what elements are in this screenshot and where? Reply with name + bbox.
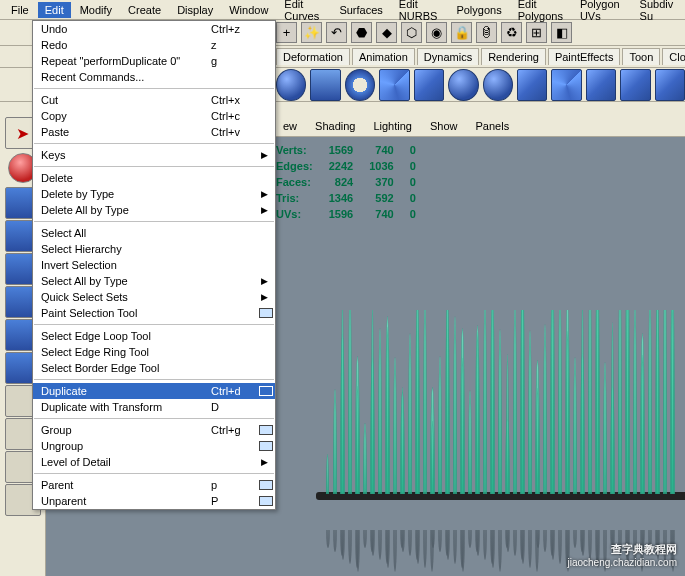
scene-geometry	[316, 310, 685, 540]
menu-edit[interactable]: Edit	[38, 2, 71, 18]
toolbar-button-8[interactable]: 🛢	[476, 22, 497, 43]
menu-item-duplicate-with-transform[interactable]: Duplicate with TransformD	[33, 399, 275, 415]
menu-item-parent[interactable]: Parentp	[33, 477, 275, 493]
toolbar-button-9[interactable]: ♻	[501, 22, 522, 43]
hud-cell: 0	[410, 175, 430, 189]
shelf-tab-toon[interactable]: Toon	[622, 48, 660, 65]
shelf-primitive-5[interactable]	[448, 69, 478, 101]
menu-item-invert-selection[interactable]: Invert Selection	[33, 257, 275, 273]
toolbar-button-11[interactable]: ◧	[551, 22, 572, 43]
menu-item-quick-select-sets[interactable]: Quick Select Sets▶	[33, 289, 275, 305]
panel-menu-lighting[interactable]: Lighting	[366, 118, 419, 134]
menu-item-label: Paste	[41, 126, 211, 138]
option-box-icon[interactable]	[259, 496, 273, 506]
shelf-primitive-6[interactable]	[483, 69, 513, 101]
ground-plane	[316, 492, 685, 500]
menu-item-undo[interactable]: UndoCtrl+z	[33, 21, 275, 37]
menu-item-duplicate[interactable]: DuplicateCtrl+d	[33, 383, 275, 399]
menu-item-group[interactable]: GroupCtrl+g	[33, 422, 275, 438]
shelf-tab-cloth[interactable]: Cloth	[662, 48, 685, 65]
shelf-tab-painteffects[interactable]: PaintEffects	[548, 48, 621, 65]
option-box-icon[interactable]	[259, 441, 273, 451]
menu-file[interactable]: File	[4, 2, 36, 18]
menu-item-label: Select Edge Ring Tool	[41, 346, 211, 358]
shelf-primitive-10[interactable]	[620, 69, 650, 101]
menu-display[interactable]: Display	[170, 2, 220, 18]
shelf-primitive-8[interactable]	[551, 69, 581, 101]
menu-edit-curves[interactable]: Edit Curves	[277, 0, 330, 24]
menu-item-select-edge-ring-tool[interactable]: Select Edge Ring Tool	[33, 344, 275, 360]
menu-item-select-border-edge-tool[interactable]: Select Border Edge Tool	[33, 360, 275, 376]
submenu-arrow-icon: ▶	[257, 457, 271, 467]
option-box-icon[interactable]	[259, 480, 273, 490]
menu-polygons[interactable]: Polygons	[449, 2, 508, 18]
menu-create[interactable]: Create	[121, 2, 168, 18]
panel-menu-shading[interactable]: Shading	[308, 118, 362, 134]
menu-item-label: Select All by Type	[41, 275, 211, 287]
shelf-primitive-9[interactable]	[586, 69, 616, 101]
menu-item-level-of-detail[interactable]: Level of Detail▶	[33, 454, 275, 470]
shelf-primitive-11[interactable]	[655, 69, 685, 101]
option-box-icon[interactable]	[259, 308, 273, 318]
menu-window[interactable]: Window	[222, 2, 275, 18]
menu-modify[interactable]: Modify	[73, 2, 119, 18]
menu-polygon-uvs[interactable]: Polygon UVs	[573, 0, 631, 24]
shelf-primitive-3[interactable]	[379, 69, 409, 101]
toolbar-button-5[interactable]: ⬡	[401, 22, 422, 43]
shelf-primitive-0[interactable]	[276, 69, 306, 101]
menu-item-cut[interactable]: CutCtrl+x	[33, 92, 275, 108]
menu-item-copy[interactable]: CopyCtrl+c	[33, 108, 275, 124]
shelf-primitive-1[interactable]	[310, 69, 340, 101]
option-box-icon[interactable]	[259, 386, 273, 396]
option-box-icon[interactable]	[259, 425, 273, 435]
menu-separator	[34, 473, 274, 474]
hud-cell: 740	[369, 207, 407, 221]
menu-item-select-all-by-type[interactable]: Select All by Type▶	[33, 273, 275, 289]
menu-item-unparent[interactable]: UnparentP	[33, 493, 275, 509]
hud-cell: 1036	[369, 159, 407, 173]
menu-item-delete-all-by-type[interactable]: Delete All by Type▶	[33, 202, 275, 218]
hud-cell: 592	[369, 191, 407, 205]
menu-item-label: Delete All by Type	[41, 204, 211, 216]
menu-item-delete-by-type[interactable]: Delete by Type▶	[33, 186, 275, 202]
toolbar-button-3[interactable]: ⬣	[351, 22, 372, 43]
menu-item-select-edge-loop-tool[interactable]: Select Edge Loop Tool	[33, 328, 275, 344]
menu-item-paint-selection-tool[interactable]: Paint Selection Tool	[33, 305, 275, 321]
menu-edit-polygons[interactable]: Edit Polygons	[511, 0, 571, 24]
toolbar-button-6[interactable]: ◉	[426, 22, 447, 43]
toolbar-button-7[interactable]: 🔒	[451, 22, 472, 43]
menu-item-select-hierarchy[interactable]: Select Hierarchy	[33, 241, 275, 257]
hud-cell: 2242	[329, 159, 367, 173]
menu-item-repeat-performduplicate-0[interactable]: Repeat "performDuplicate 0"g	[33, 53, 275, 69]
toolbar-button-1[interactable]: ✨	[301, 22, 322, 43]
menu-surfaces[interactable]: Surfaces	[332, 2, 389, 18]
shelf-tab-dynamics[interactable]: Dynamics	[417, 48, 479, 65]
menu-separator	[34, 143, 274, 144]
menu-item-shortcut: D	[211, 401, 257, 413]
panel-menu-ew[interactable]: ew	[276, 118, 304, 134]
menu-item-shortcut: Ctrl+g	[211, 424, 257, 436]
toolbar-button-2[interactable]: ↶	[326, 22, 347, 43]
panel-menu-panels[interactable]: Panels	[469, 118, 517, 134]
menu-separator	[34, 166, 274, 167]
menu-subdiv-su[interactable]: Subdiv Su	[633, 0, 681, 24]
menu-item-redo[interactable]: Redoz	[33, 37, 275, 53]
menu-item-paste[interactable]: PasteCtrl+v	[33, 124, 275, 140]
toolbar-button-0[interactable]: +	[276, 22, 297, 43]
shelf-primitive-7[interactable]	[517, 69, 547, 101]
menu-edit-nurbs[interactable]: Edit NURBS	[392, 0, 448, 24]
toolbar-button-4[interactable]: ◆	[376, 22, 397, 43]
shelf-tab-deformation[interactable]: Deformation	[276, 48, 350, 65]
menu-item-ungroup[interactable]: Ungroup	[33, 438, 275, 454]
menu-item-keys[interactable]: Keys▶	[33, 147, 275, 163]
shelf-tab-rendering[interactable]: Rendering	[481, 48, 546, 65]
menu-item-delete[interactable]: Delete	[33, 170, 275, 186]
menu-item-recent-commands[interactable]: Recent Commands...	[33, 69, 275, 85]
panel-menu-show[interactable]: Show	[423, 118, 465, 134]
menu-item-label: Select Border Edge Tool	[41, 362, 211, 374]
menu-item-select-all[interactable]: Select All	[33, 225, 275, 241]
shelf-primitive-4[interactable]	[414, 69, 444, 101]
toolbar-button-10[interactable]: ⊞	[526, 22, 547, 43]
shelf-tab-animation[interactable]: Animation	[352, 48, 415, 65]
shelf-primitive-2[interactable]	[345, 69, 375, 101]
